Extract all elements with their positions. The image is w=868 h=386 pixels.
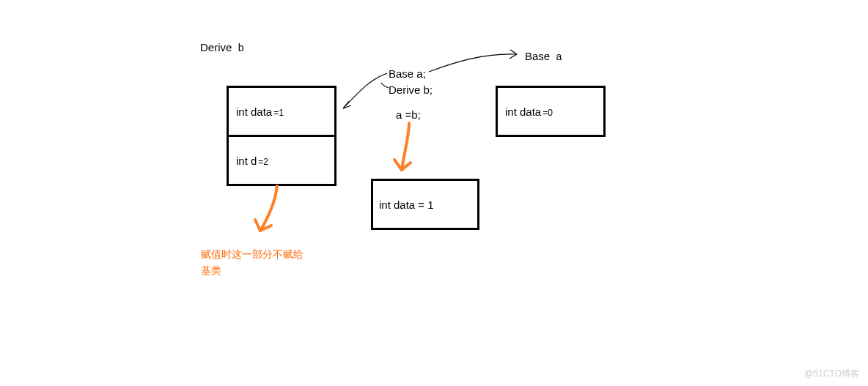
derive-field-data-val: =1 bbox=[273, 108, 284, 118]
base-title: Base a bbox=[525, 50, 562, 62]
annotation-line2: 基类 bbox=[201, 262, 304, 278]
base-field-data: int data =0 bbox=[496, 86, 606, 137]
base-title-var: a bbox=[556, 51, 562, 62]
derive-field-d: int d =2 bbox=[227, 135, 336, 186]
derive-field-d-name: int d bbox=[236, 155, 257, 167]
derive-title-word: Derive bbox=[200, 41, 232, 53]
orange-arrow-down bbox=[394, 123, 411, 170]
code-line-1: Base a; bbox=[389, 67, 426, 80]
code-line-2: Derive b; bbox=[389, 83, 433, 96]
derive-field-data: int data =1 bbox=[227, 86, 336, 137]
orange-arrow-annotation bbox=[255, 186, 277, 231]
annotation-line1: 赋值时这一部分不赋给 bbox=[201, 246, 304, 262]
annotation-text: 赋值时这一部分不赋给 基类 bbox=[201, 246, 304, 279]
arrow-to-derive bbox=[343, 73, 387, 108]
arrow-to-base bbox=[429, 50, 517, 72]
base-field-data-name: int data bbox=[505, 105, 541, 118]
derive-title-var: b bbox=[238, 42, 244, 53]
derive-field-d-val: =2 bbox=[258, 157, 268, 167]
derive-field-data-name: int data bbox=[236, 105, 272, 118]
result-field-text: int data = 1 bbox=[379, 198, 434, 211]
watermark: @51CTO博客 bbox=[804, 368, 859, 380]
base-title-word: Base bbox=[525, 50, 550, 62]
hook-derive-line bbox=[381, 83, 389, 88]
derive-title: Derive b bbox=[200, 41, 244, 53]
code-line-3: a =b; bbox=[396, 108, 421, 121]
result-field: int data = 1 bbox=[371, 179, 479, 230]
base-field-data-val: =0 bbox=[542, 108, 553, 118]
